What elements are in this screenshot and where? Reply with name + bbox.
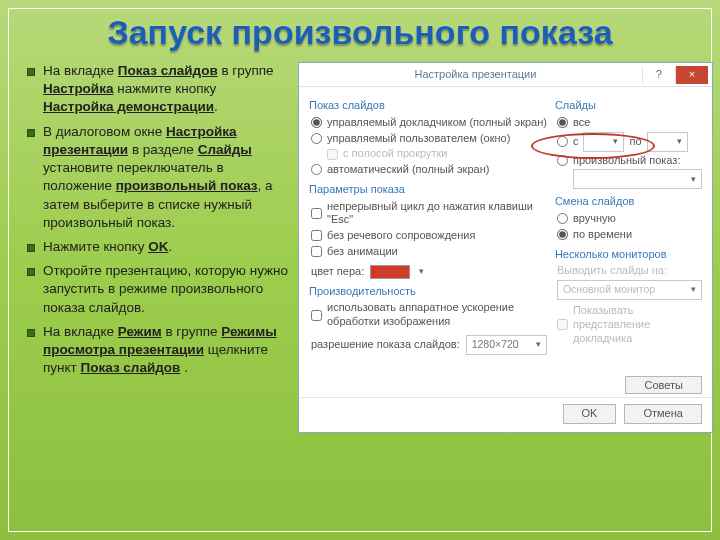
check-loop[interactable]: непрерывный цикл до нажатия клавиши "Esc… <box>311 200 547 228</box>
page-title: Запуск произвольного показа <box>9 13 711 52</box>
group-monitors: Несколько мониторов <box>555 248 702 262</box>
check-hwaccel[interactable]: использовать аппаратное ускорение обрабо… <box>311 301 547 329</box>
radio-range[interactable]: с ▾ по ▾ <box>557 132 702 152</box>
radio-auto[interactable]: автоматический (полный экран) <box>311 163 547 177</box>
radio-presenter[interactable]: управляемый докладчиком (полный экран) <box>311 116 547 130</box>
resolution-select[interactable]: 1280×720▾ <box>466 335 547 355</box>
cancel-button[interactable]: Отмена <box>624 404 701 424</box>
list-item: На вкладке Показ слайдов в группе Настро… <box>25 62 290 123</box>
resolution-label: разрешение показа слайдов: <box>311 338 460 352</box>
group-perf: Производительность <box>309 285 547 299</box>
group-slides: Слайды <box>555 99 702 113</box>
group-params: Параметры показа <box>309 183 547 197</box>
monitor-label: Выводить слайды на: <box>557 264 702 278</box>
group-show: Показ слайдов <box>309 99 547 113</box>
list-item: Нажмите кнопку OK. <box>25 238 290 262</box>
list-item: На вкладке Режим в группе Режимы просмот… <box>25 323 290 384</box>
check-presenterview[interactable]: Показывать представление докладчика <box>557 304 702 345</box>
group-advance: Смена слайдов <box>555 195 702 209</box>
help-button[interactable]: ? <box>642 66 675 84</box>
dialog-title: Настройка презентации <box>309 68 642 82</box>
radio-all[interactable]: все <box>557 116 702 130</box>
list-item: В диалоговом окне Настройка презентации … <box>25 123 290 238</box>
check-nonarration[interactable]: без речевого сопровождения <box>311 229 547 243</box>
monitor-select[interactable]: Основной монитор▾ <box>557 280 702 300</box>
radio-user[interactable]: управляемый пользователем (окно) <box>311 132 547 146</box>
instructions: На вкладке Показ слайдов в группе Настро… <box>25 62 290 384</box>
chevron-down-icon: ▾ <box>533 339 544 350</box>
custom-show-select[interactable]: ▾ <box>573 169 702 189</box>
list-item: Откройте презентацию, которую нужно запу… <box>25 262 290 323</box>
ok-button[interactable]: OK <box>563 404 617 424</box>
radio-timed[interactable]: по времени <box>557 228 702 242</box>
radio-manual[interactable]: вручную <box>557 212 702 226</box>
dialog-settings: Настройка презентации ? × Показ слайдов … <box>298 62 713 433</box>
check-scrollbar[interactable]: с полосой прокрутки <box>327 147 547 161</box>
close-button[interactable]: × <box>675 66 708 84</box>
chevron-down-icon[interactable]: ▾ <box>416 266 427 277</box>
tips-button[interactable]: Советы <box>625 376 701 394</box>
check-noanimation[interactable]: без анимации <box>311 245 547 259</box>
pen-color-label: цвет пера: <box>311 265 364 279</box>
radio-custom[interactable]: произвольный показ: <box>557 154 702 168</box>
pen-color-swatch[interactable] <box>370 265 410 279</box>
